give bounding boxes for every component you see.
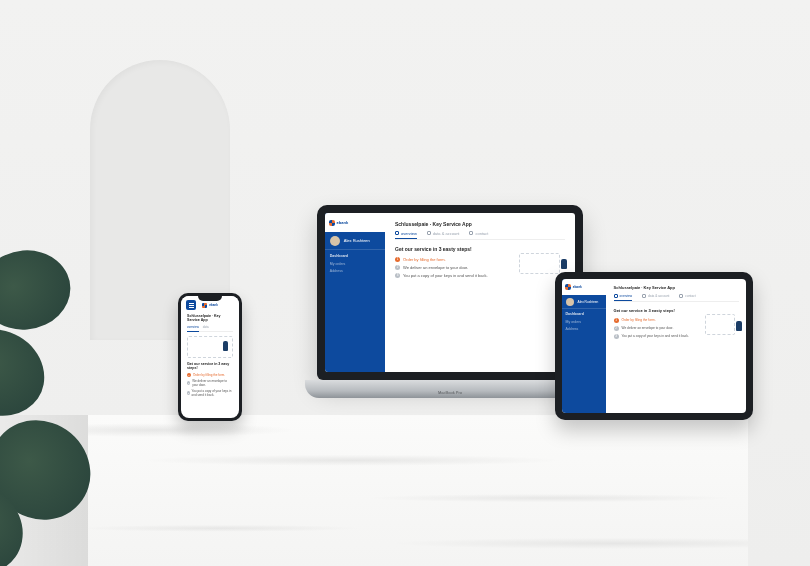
step-2: 2We deliver an envelope to your door. xyxy=(614,326,692,331)
avatar xyxy=(330,236,340,246)
app-ui-laptop: ebank Alex Rushteen Dashboard My orders … xyxy=(325,213,575,372)
user-name: Alex Rushteen xyxy=(578,300,599,304)
laptop-model-label: MacBook Pro xyxy=(305,390,595,395)
avatar xyxy=(566,298,574,306)
brand-name: ebank xyxy=(209,303,218,307)
data-icon xyxy=(642,294,646,298)
step-2: 2We deliver an envelope to your door. xyxy=(187,379,233,387)
step-3: 3You put a copy of your keys in and send… xyxy=(187,389,233,397)
headline: Get our service in 3 easty steps! xyxy=(614,308,692,313)
envelope-icon xyxy=(519,253,560,274)
tabs: overview data & account contact xyxy=(395,231,565,240)
headline: Get our service in 3 easty steps! xyxy=(395,246,504,252)
sidebar: ebank Alex Rushteen Dashboard My orders … xyxy=(325,213,385,372)
marble-table xyxy=(88,415,748,566)
step-2: 2We deliver an envelope to your door. xyxy=(395,265,504,270)
headline: Get our service in 3 easy steps! xyxy=(187,362,233,370)
sidebar-section-label: Dashboard xyxy=(566,312,603,316)
main-area: Schlusselpaie · Key Service App overview… xyxy=(385,213,575,372)
sidebar-item[interactable]: Address xyxy=(566,327,603,331)
app-ui-phone: ebank Schlusselpaie · Key Service App ov… xyxy=(181,296,239,418)
step-1: 1Order by filling the form. xyxy=(614,318,692,323)
tabs: overview data xyxy=(187,325,233,332)
phone-mockup: ebank Schlusselpaie · Key Service App ov… xyxy=(178,293,242,421)
logo-mark-icon xyxy=(202,303,207,308)
sidebar-section-label: Dashboard xyxy=(330,254,380,258)
tab-overview[interactable]: overview xyxy=(187,325,199,332)
contact-icon xyxy=(679,294,683,298)
tab-contact[interactable]: contact xyxy=(469,231,488,236)
brand-name: ebank xyxy=(573,285,582,289)
tab-overview[interactable]: overview xyxy=(614,294,633,301)
main-area: Schlusselpaie · Key Service App overview… xyxy=(606,279,746,413)
sidebar-item[interactable]: My orders xyxy=(330,262,380,266)
illustration xyxy=(701,308,739,342)
step-3: 3You put a copy of your keys in and send… xyxy=(395,273,504,278)
user-block[interactable]: Alex Rushteen xyxy=(562,295,606,309)
table-side-shadow xyxy=(0,415,88,566)
contact-icon xyxy=(469,231,473,235)
app-ui-tablet: ebank Alex Rushteen Dashboard My orders … xyxy=(562,279,746,413)
grid-icon xyxy=(395,231,399,235)
laptop-mockup: ebank Alex Rushteen Dashboard My orders … xyxy=(305,205,595,420)
sidebar: ebank Alex Rushteen Dashboard My orders … xyxy=(562,279,606,413)
tab-overview[interactable]: overview xyxy=(395,231,417,239)
page-title: Schlusselpaie · Key Service App xyxy=(395,221,565,227)
tab-data[interactable]: data & account xyxy=(427,231,460,236)
logo-mark-icon xyxy=(329,220,335,226)
step-1: 1Order by filling the form. xyxy=(187,373,233,377)
page-title: Schlusselpaie · Key Service App xyxy=(614,285,739,290)
data-icon xyxy=(427,231,431,235)
tab-contact[interactable]: contact xyxy=(679,294,695,298)
step-1: 1Order by filling the form. xyxy=(395,257,504,262)
envelope-icon xyxy=(705,314,735,334)
brand-logo[interactable]: ebank xyxy=(325,213,385,232)
sidebar-item[interactable]: My orders xyxy=(566,320,603,324)
page-title: Schlusselpaie · Key Service App xyxy=(187,314,233,322)
sidebar-nav: Dashboard My orders Address xyxy=(325,250,385,279)
user-block[interactable]: Alex Rushteen xyxy=(325,232,385,250)
tab-data[interactable]: data xyxy=(203,325,209,331)
tab-data[interactable]: data & account xyxy=(642,294,669,298)
tablet-mockup: ebank Alex Rushteen Dashboard My orders … xyxy=(555,272,753,420)
tabs: overview data & account contact xyxy=(614,294,739,302)
menu-button[interactable] xyxy=(186,300,196,310)
brand-logo[interactable]: ebank xyxy=(562,279,606,295)
brand-name: ebank xyxy=(337,220,349,225)
brand-logo[interactable]: ebank xyxy=(202,303,218,308)
sidebar-nav: Dashboard My orders Address xyxy=(562,309,606,336)
grid-icon xyxy=(614,294,618,298)
sidebar-item[interactable]: Address xyxy=(330,269,380,273)
user-name: Alex Rushteen xyxy=(344,238,370,243)
step-3: 3You put a copy of your keys in and send… xyxy=(614,334,692,339)
logo-mark-icon xyxy=(565,284,571,290)
illustration xyxy=(187,336,233,358)
